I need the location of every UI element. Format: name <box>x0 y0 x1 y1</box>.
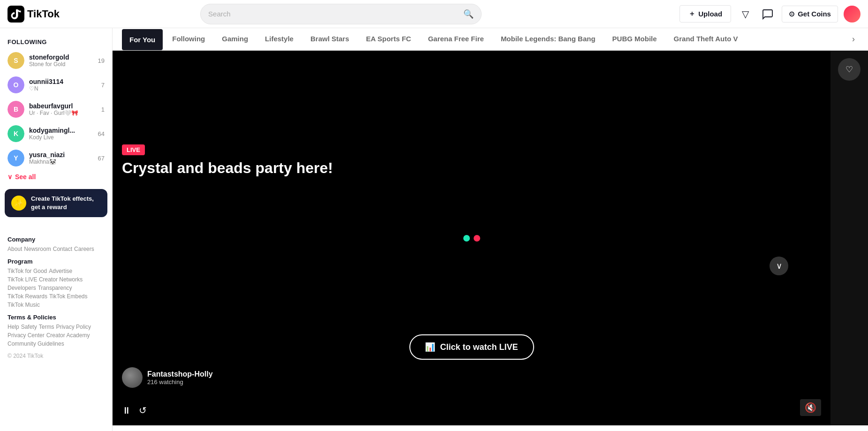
bar-chart-icon: 📊 <box>425 342 435 352</box>
avatar-placeholder: O <box>8 76 24 93</box>
get-coins-button[interactable]: ⊙ Get Coins <box>782 6 838 23</box>
upload-button[interactable]: ＋ Upload <box>679 5 731 23</box>
right-panel-action-1[interactable]: ♡ <box>838 58 860 81</box>
video-container[interactable]: LIVE Crystal and beads party here! 📊 Cli… <box>113 51 868 425</box>
streamer-info: Fantastshop-Holly 216 watching <box>122 367 213 388</box>
following-count: 64 <box>98 130 105 137</box>
see-all-button[interactable]: ∨ See all <box>0 170 112 183</box>
following-info: ounnii3114 ♡N <box>29 78 97 92</box>
following-username: stoneforgold <box>29 53 93 61</box>
tab-ea-sports-fc[interactable]: EA Sports FC <box>359 28 419 51</box>
effects-icon: ✨ <box>11 196 26 211</box>
content-area: For YouFollowingGamingLifestyleBrawl Sta… <box>113 28 868 431</box>
footer-link[interactable]: Contact <box>53 246 72 252</box>
following-username: babeurfavgurl <box>29 102 97 110</box>
footer-link[interactable]: Privacy Center <box>8 332 45 339</box>
tab-brawl-stars[interactable]: Brawl Stars <box>303 28 357 51</box>
sidebar: Following S stoneforgold Stone for Gold … <box>0 28 113 431</box>
copyright: © 2024 TikTok <box>8 353 105 359</box>
scroll-down-button[interactable]: ∨ <box>770 257 788 275</box>
following-username: yusra_niazi <box>29 151 93 159</box>
program-links: TikTok for GoodAdvertiseTikTok LIVE Crea… <box>8 268 105 308</box>
video-player[interactable]: LIVE Crystal and beads party here! 📊 Cli… <box>113 51 830 425</box>
footer-link[interactable]: Creator Academy <box>46 332 90 339</box>
video-controls: ⏸ ↺ <box>122 405 147 416</box>
following-item[interactable]: B babeurfavgurl Ur · Fav · Gurl🤍🎀 1 <box>0 97 112 121</box>
create-effects-banner[interactable]: ✨ Create TikTok effects, get a reward <box>5 189 107 217</box>
triangle-icon-button[interactable]: ▽ <box>737 6 754 23</box>
following-info: yusra_niazi Makhna🐼 <box>29 151 93 165</box>
terms-links: HelpSafetyTermsPrivacy PolicyPrivacy Cen… <box>8 324 105 347</box>
right-panel: ♡ <box>830 51 868 425</box>
following-section-header: Following <box>0 36 112 48</box>
upload-label: Upload <box>698 10 722 18</box>
avatar-placeholder: K <box>8 125 24 142</box>
tab-gaming[interactable]: Gaming <box>214 28 256 51</box>
tab-pubg-mobile[interactable]: PUBG Mobile <box>605 28 664 51</box>
messages-icon-button[interactable] <box>759 6 776 23</box>
footer-link[interactable]: TikTok Rewards <box>8 293 47 300</box>
following-avatar: S <box>8 52 24 69</box>
watch-live-button[interactable]: 📊 Click to watch LIVE <box>409 334 534 360</box>
following-avatar: B <box>8 101 24 118</box>
video-title: Crystal and beads party here! <box>122 159 333 178</box>
following-display: Ur · Fav · Gurl🤍🎀 <box>29 110 97 116</box>
logo-area: TikTok <box>8 6 101 23</box>
user-avatar[interactable] <box>844 6 860 23</box>
streamer-details: Fantastshop-Holly 216 watching <box>147 370 213 386</box>
chevron-down-icon: ∨ <box>8 173 12 181</box>
footer-link[interactable]: TikTok for Good <box>8 268 47 274</box>
avatar-placeholder: Y <box>8 150 24 166</box>
footer-link[interactable]: TikTok Music <box>8 302 40 308</box>
tab-mobile-legends:-bang-bang[interactable]: Mobile Legends: Bang Bang <box>493 28 603 51</box>
footer-link[interactable]: Safety <box>21 324 37 330</box>
plus-icon: ＋ <box>688 9 695 18</box>
tab-for-you[interactable]: For You <box>122 29 163 50</box>
header-actions: ＋ Upload ▽ ⊙ Get Coins <box>679 5 860 23</box>
watch-live-label: Click to watch LIVE <box>440 342 518 352</box>
live-badge: LIVE <box>122 144 145 155</box>
following-display: Makhna🐼 <box>29 159 93 165</box>
pause-button[interactable]: ⏸ <box>122 405 131 416</box>
following-info: stoneforgold Stone for Gold <box>29 53 93 68</box>
footer-link[interactable]: About <box>8 246 22 252</box>
company-label: Company <box>8 236 105 243</box>
footer-link[interactable]: Transparency <box>38 285 72 291</box>
footer-link[interactable]: TikTok Embeds <box>49 293 88 300</box>
following-item[interactable]: S stoneforgold Stone for Gold 19 <box>0 48 112 73</box>
footer-link[interactable]: Advertise <box>49 268 72 274</box>
footer-link[interactable]: Developers <box>8 285 36 291</box>
following-username: kodygamingl... <box>29 127 93 134</box>
following-item[interactable]: Y yusra_niazi Makhna🐼 67 <box>0 146 112 170</box>
tabs-bar: For YouFollowingGamingLifestyleBrawl Sta… <box>113 28 868 51</box>
video-dots <box>463 235 480 242</box>
tab-grand-theft-auto-v[interactable]: Grand Theft Auto V <box>666 28 746 51</box>
effects-text: Create TikTok effects, get a reward <box>31 195 101 212</box>
tab-garena-free-fire[interactable]: Garena Free Fire <box>421 28 491 51</box>
following-item[interactable]: O ounnii3114 ♡N 7 <box>0 73 112 97</box>
following-display: Kody Live <box>29 134 93 141</box>
tab-following[interactable]: Following <box>165 28 212 51</box>
following-item[interactable]: K kodygamingl... Kody Live 64 <box>0 121 112 146</box>
see-all-label: See all <box>15 173 36 181</box>
footer-link[interactable]: Help <box>8 324 19 330</box>
footer-link[interactable]: Careers <box>74 246 94 252</box>
get-coins-label: Get Coins <box>798 10 831 18</box>
footer-link[interactable]: Privacy Policy <box>56 324 91 330</box>
footer-link[interactable]: Community Guidelines <box>8 340 64 347</box>
watching-count: 216 watching <box>147 378 213 386</box>
following-list: S stoneforgold Stone for Gold 19 O ounni… <box>0 48 112 170</box>
search-icon: 🔍 <box>463 9 474 19</box>
footer-link[interactable]: Terms <box>39 324 54 330</box>
tabs-chevron-right[interactable]: › <box>848 30 859 48</box>
following-info: kodygamingl... Kody Live <box>29 127 93 141</box>
tiktok-logo-icon[interactable] <box>8 6 24 23</box>
refresh-button[interactable]: ↺ <box>139 405 147 416</box>
tab-lifestyle[interactable]: Lifestyle <box>257 28 301 51</box>
search-bar[interactable]: 🔍 <box>200 4 482 24</box>
coins-icon: ⊙ <box>789 10 795 18</box>
search-input[interactable] <box>208 10 463 18</box>
footer-link[interactable]: Newsroom <box>24 246 51 252</box>
volume-button[interactable]: 🔇 <box>800 399 821 416</box>
footer-link[interactable]: TikTok LIVE Creator Networks <box>8 276 83 283</box>
